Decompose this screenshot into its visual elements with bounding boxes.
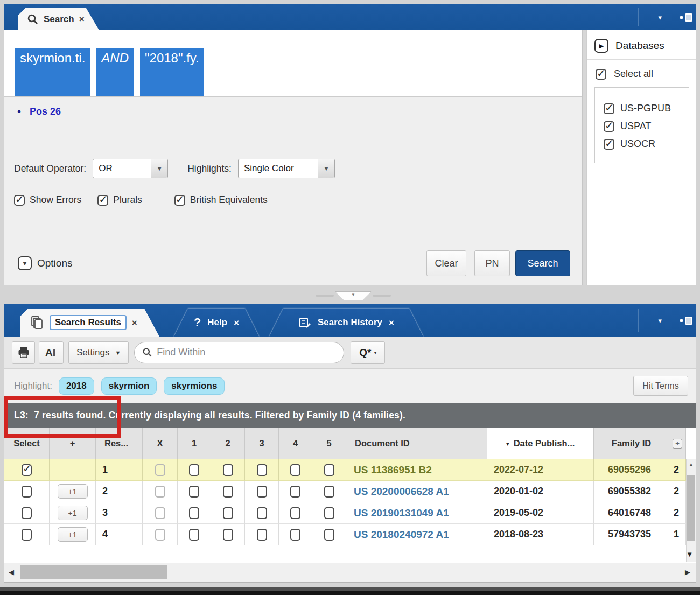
show-errors-checkbox[interactable] [14, 195, 25, 206]
tag-4-checkbox[interactable] [290, 529, 300, 541]
tab-search[interactable]: Search × [18, 8, 99, 30]
tag-2-checkbox[interactable] [223, 486, 233, 498]
options-label[interactable]: Options [37, 257, 72, 269]
row-select-checkbox[interactable] [22, 507, 32, 519]
col-header-select[interactable]: Select [4, 428, 50, 459]
chevron-down-icon[interactable]: ▼ [151, 159, 167, 178]
result-row-4[interactable]: +1 4 US 20180240972 A1 2018-08-23 579437… [4, 524, 696, 545]
scroll-down-icon[interactable]: ▼ [686, 550, 693, 558]
tag-1-checkbox[interactable] [189, 464, 199, 476]
result-row-1[interactable]: 1 US 11386951 B2 2022-07-12 69055296 2 [4, 459, 696, 481]
font-size-button[interactable]: A▌ [39, 341, 64, 364]
query-token-operator[interactable]: AND [96, 48, 134, 96]
hit-terms-button[interactable]: Hit Terms [633, 376, 688, 396]
tag-5-checkbox[interactable] [324, 507, 334, 519]
splitter-handle[interactable]: ▾ [335, 291, 372, 300]
tag-x-checkbox[interactable] [155, 529, 165, 541]
tag-1-checkbox[interactable] [189, 486, 199, 498]
query-token[interactable]: "2018".fy. [140, 48, 204, 96]
col-header-5[interactable]: 5 [312, 428, 346, 459]
tab-help[interactable]: ? Help × [174, 309, 259, 337]
tag-2-checkbox[interactable] [223, 529, 233, 541]
pn-button[interactable]: PN [474, 250, 510, 276]
tag-x-checkbox[interactable] [155, 486, 165, 498]
row-select-checkbox[interactable] [22, 486, 32, 498]
settings-button[interactable]: Settings ▼ [68, 341, 129, 364]
print-button[interactable] [12, 341, 35, 364]
tag-5-checkbox[interactable] [324, 529, 334, 541]
tab-search-results-close-icon[interactable]: × [132, 318, 137, 327]
col-header-result[interactable]: Res... [96, 428, 143, 459]
col-header-plus[interactable]: + [50, 428, 96, 459]
document-id-link[interactable]: US 11386951 B2 [354, 464, 432, 476]
result-row-3[interactable]: +1 3 US 20190131049 A1 2019-05-02 640167… [4, 502, 696, 524]
tag-5-checkbox[interactable] [324, 486, 334, 498]
col-header-x[interactable]: X [143, 428, 178, 459]
tag-1-checkbox[interactable] [189, 507, 199, 519]
row-select-checkbox[interactable] [22, 464, 32, 476]
find-within-input[interactable] [157, 347, 336, 358]
col-header-2[interactable]: 2 [211, 428, 245, 459]
col-header-family-id[interactable]: Family ID [594, 428, 669, 459]
tab-help-close-icon[interactable]: × [234, 318, 239, 327]
highlight-term-chip[interactable]: skyrmion [101, 377, 157, 395]
horizontal-scroll-thumb[interactable] [20, 565, 167, 579]
document-id-link[interactable]: US 20190131049 A1 [354, 507, 449, 519]
chevron-down-icon[interactable]: ▼ [318, 159, 334, 178]
options-expand-icon[interactable]: ▼ [18, 256, 32, 270]
uspgpub-checkbox[interactable] [604, 103, 614, 114]
database-item-uspgpub[interactable]: US-PGPUB [604, 103, 683, 114]
collapse-play-icon[interactable]: ▶ [594, 39, 608, 53]
tab-search-history-close-icon[interactable]: × [389, 318, 394, 327]
tab-search-results[interactable]: Search Results × [20, 309, 159, 337]
tab-search-close-icon[interactable]: × [79, 15, 85, 24]
default-operator-select[interactable]: OR ▼ [93, 159, 168, 178]
vertical-scrollbar[interactable]: ▲ [686, 459, 696, 562]
horizontal-scrollbar[interactable]: ◀ ▶ [4, 563, 696, 582]
col-header-date-published[interactable]: ▾ Date Publish... [487, 428, 594, 459]
vertical-scroll-thumb[interactable] [687, 475, 695, 541]
british-equivalents-checkbox[interactable] [174, 195, 185, 206]
panel-menu-icon[interactable] [680, 13, 692, 22]
scroll-up-icon[interactable]: ▲ [687, 461, 696, 467]
col-header-add[interactable]: + [669, 428, 686, 459]
tag-x-checkbox[interactable] [155, 464, 165, 476]
tab-search-history[interactable]: Search History × [269, 309, 423, 337]
highlight-term-chip[interactable]: 2018 [59, 377, 94, 395]
document-id-link[interactable]: US 20180240972 A1 [354, 529, 449, 541]
expand-family-button[interactable]: +1 [58, 506, 88, 520]
quick-search-button[interactable]: Q* ▾ [351, 341, 385, 364]
highlight-term-chip[interactable]: skyrmions [164, 377, 225, 395]
tag-3-checkbox[interactable] [257, 464, 267, 476]
plurals-checkbox[interactable] [97, 195, 108, 206]
tag-3-checkbox[interactable] [257, 486, 267, 498]
panel-splitter[interactable]: ▾ [0, 285, 700, 304]
result-row-2[interactable]: +1 2 US 20200006628 A1 2020-01-02 690553… [4, 481, 696, 502]
uspat-checkbox[interactable] [604, 121, 614, 132]
scroll-left-icon[interactable]: ◀ [9, 568, 14, 576]
panel-dropdown-icon[interactable]: ▾ [658, 13, 662, 22]
find-within-search[interactable] [134, 342, 344, 363]
document-id-link[interactable]: US 20200006628 A1 [354, 486, 449, 498]
panel-dropdown-icon[interactable]: ▾ [658, 317, 662, 325]
col-header-4[interactable]: 4 [279, 428, 312, 459]
tag-x-checkbox[interactable] [155, 507, 165, 519]
col-header-1[interactable]: 1 [178, 428, 211, 459]
row-select-checkbox[interactable] [22, 529, 32, 541]
panel-menu-icon[interactable] [680, 317, 692, 325]
tag-5-checkbox[interactable] [324, 464, 334, 476]
databases-header[interactable]: ▶ Databases [587, 30, 696, 60]
database-item-uspat[interactable]: USPAT [604, 121, 683, 132]
tag-2-checkbox[interactable] [223, 507, 233, 519]
expand-family-button[interactable]: +1 [58, 484, 88, 499]
tag-1-checkbox[interactable] [189, 529, 199, 541]
tag-3-checkbox[interactable] [257, 529, 267, 541]
tag-2-checkbox[interactable] [223, 464, 233, 476]
col-header-3[interactable]: 3 [245, 428, 279, 459]
add-column-icon[interactable]: + [673, 439, 682, 449]
clear-button[interactable]: Clear [426, 250, 466, 276]
tag-4-checkbox[interactable] [290, 464, 300, 476]
col-header-document-id[interactable]: Document ID [346, 428, 487, 459]
query-editor[interactable]: skyrmion.ti. AND "2018".fy. [4, 30, 582, 96]
usocr-checkbox[interactable] [604, 139, 614, 150]
